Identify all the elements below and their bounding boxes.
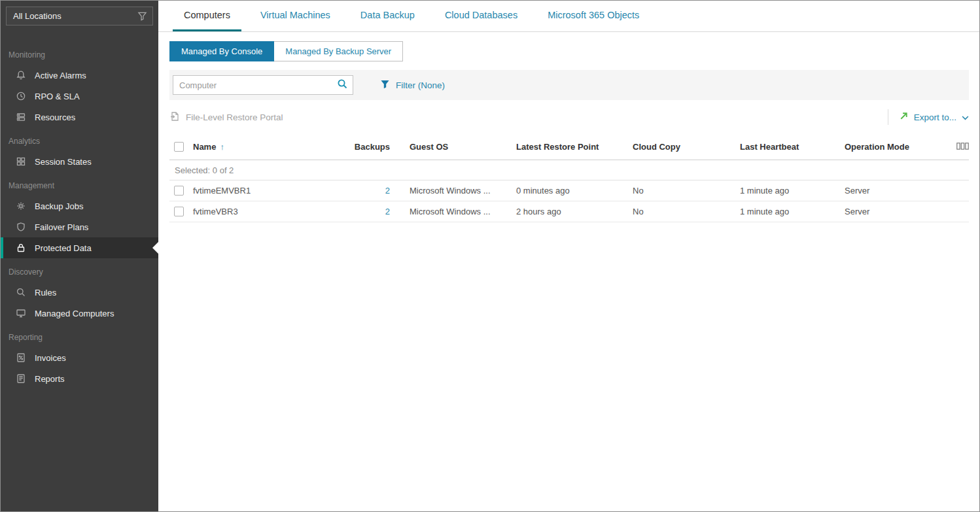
clock-icon (16, 91, 26, 101)
tab-cloud-databases[interactable]: Cloud Databases (434, 1, 529, 31)
top-tabs: Computers Virtual Machines Data Backup C… (158, 1, 979, 32)
server-icon (16, 112, 26, 122)
sidebar: All Locations Monitoring Active Alarms R… (1, 1, 158, 511)
app-window: All Locations Monitoring Active Alarms R… (0, 0, 980, 512)
sidebar-item-failover-plans[interactable]: Failover Plans (1, 216, 158, 237)
subtab-managed-by-console[interactable]: Managed By Console (169, 41, 274, 61)
chevron-down-icon (962, 112, 969, 122)
subtab-group: Managed By Console Managed By Backup Ser… (169, 41, 979, 61)
toolbar-divider (888, 109, 888, 125)
sidebar-item-session-states[interactable]: Session States (1, 151, 158, 172)
lock-icon (16, 243, 26, 253)
filter-funnel-icon (380, 79, 390, 91)
file-level-restore-portal-button: File-Level Restore Portal (169, 111, 283, 124)
cell-cloud-copy: No (633, 186, 740, 196)
gears-icon (16, 201, 26, 211)
table-row[interactable]: fvtimeEMVBR1 2 Microsoft Windows ... 0 m… (169, 180, 969, 201)
column-header-name-label: Name (193, 142, 216, 152)
column-chooser-icon (956, 142, 969, 152)
sidebar-item-backup-jobs[interactable]: Backup Jobs (1, 196, 158, 216)
sort-ascending-icon: ↑ (220, 142, 224, 152)
sidebar-item-invoices[interactable]: Invoices (1, 347, 158, 368)
sidebar-item-rules[interactable]: Rules (1, 282, 158, 303)
sidebar-item-label: Backup Jobs (35, 201, 83, 211)
section-label-discovery: Discovery (1, 267, 158, 277)
cell-guest-os: Microsoft Windows ... (393, 186, 516, 196)
shield-icon (16, 222, 26, 232)
tab-computers[interactable]: Computers (173, 1, 241, 31)
row-checkbox-cell (169, 186, 193, 196)
filter-button[interactable]: Filter (None) (380, 79, 445, 91)
subtab-managed-by-backup-server[interactable]: Managed By Backup Server (274, 41, 403, 61)
location-filter[interactable]: All Locations (6, 7, 153, 26)
row-checkbox[interactable] (174, 186, 184, 196)
table-header-row: Name ↑ Backups Guest OS Latest Restore P… (169, 134, 969, 160)
search-icon (337, 78, 348, 92)
section-label-analytics: Analytics (1, 137, 158, 146)
sidebar-item-label: Invoices (35, 353, 66, 363)
cell-name: fvtimeEMVBR1 (193, 186, 347, 196)
computer-icon (16, 308, 26, 318)
grid-icon (16, 156, 26, 167)
sidebar-item-label: Failover Plans (35, 222, 88, 232)
section-label-management: Management (1, 181, 158, 190)
cell-backups-link[interactable]: 2 (385, 207, 390, 216)
sidebar-nav: Monitoring Active Alarms RPO & SLA Resou… (1, 41, 158, 389)
selection-summary: Selected: 0 of 2 (169, 160, 969, 180)
cell-backups-link[interactable]: 2 (385, 186, 390, 196)
computers-table: Name ↑ Backups Guest OS Latest Restore P… (169, 134, 969, 222)
column-header-latest-restore-point[interactable]: Latest Restore Point (516, 142, 633, 152)
column-header-guest-os[interactable]: Guest OS (393, 142, 516, 152)
tab-data-backup[interactable]: Data Backup (349, 1, 426, 31)
search-button[interactable] (332, 76, 353, 94)
column-header-cloud-copy[interactable]: Cloud Copy (633, 142, 740, 152)
search-input[interactable] (173, 80, 332, 90)
sidebar-item-label: Protected Data (35, 243, 92, 253)
select-all-checkbox[interactable] (174, 142, 184, 152)
cell-latest-restore-point: 2 hours ago (516, 207, 633, 216)
sidebar-item-protected-data[interactable]: Protected Data (1, 237, 158, 258)
main-content: Computers Virtual Machines Data Backup C… (158, 1, 979, 511)
column-header-last-heartbeat[interactable]: Last Heartbeat (740, 142, 845, 152)
row-checkbox[interactable] (174, 207, 184, 216)
cell-operation-mode: Server (845, 186, 940, 196)
restore-portal-icon (169, 111, 180, 124)
sidebar-item-rpo-sla[interactable]: RPO & SLA (1, 86, 158, 107)
sidebar-item-label: Session States (35, 157, 92, 167)
select-all-cell (169, 142, 193, 152)
filter-label: Filter (None) (396, 80, 445, 90)
search-box (173, 75, 353, 95)
sidebar-item-reports[interactable]: Reports (1, 368, 158, 389)
restore-portal-label: File-Level Restore Portal (186, 112, 283, 122)
report-icon (16, 373, 26, 384)
sidebar-item-label: Resources (35, 112, 75, 122)
sidebar-item-label: Rules (35, 288, 56, 298)
column-header-operation-mode[interactable]: Operation Mode (845, 142, 940, 152)
location-filter-label: All Locations (13, 11, 137, 21)
cell-latest-restore-point: 0 minutes ago (516, 186, 633, 196)
export-icon (899, 111, 909, 123)
column-header-backups[interactable]: Backups (347, 142, 393, 152)
sidebar-item-label: Active Alarms (35, 71, 86, 80)
sidebar-item-managed-computers[interactable]: Managed Computers (1, 303, 158, 324)
tab-microsoft-365-objects[interactable]: Microsoft 365 Objects (536, 1, 650, 31)
sidebar-item-active-alarms[interactable]: Active Alarms (1, 65, 158, 86)
sidebar-item-label: Reports (35, 374, 65, 384)
tab-virtual-machines[interactable]: Virtual Machines (249, 1, 341, 31)
section-label-monitoring: Monitoring (1, 50, 158, 60)
export-label: Export to... (914, 112, 956, 122)
cell-name: fvtimeVBR3 (193, 207, 347, 216)
column-chooser-button[interactable] (956, 142, 969, 152)
toolbar: File-Level Restore Portal Export to... (169, 101, 969, 133)
magnifier-gear-icon (16, 287, 26, 298)
column-header-name[interactable]: Name ↑ (193, 142, 347, 152)
section-label-reporting: Reporting (1, 333, 158, 342)
export-button[interactable]: Export to... (899, 111, 969, 123)
cell-cloud-copy: No (633, 207, 740, 216)
cell-last-heartbeat: 1 minute ago (740, 207, 845, 216)
bell-icon (16, 70, 26, 80)
table-row[interactable]: fvtimeVBR3 2 Microsoft Windows ... 2 hou… (169, 201, 969, 222)
sidebar-item-resources[interactable]: Resources (1, 107, 158, 128)
cell-guest-os: Microsoft Windows ... (393, 207, 516, 216)
cell-operation-mode: Server (845, 207, 940, 216)
